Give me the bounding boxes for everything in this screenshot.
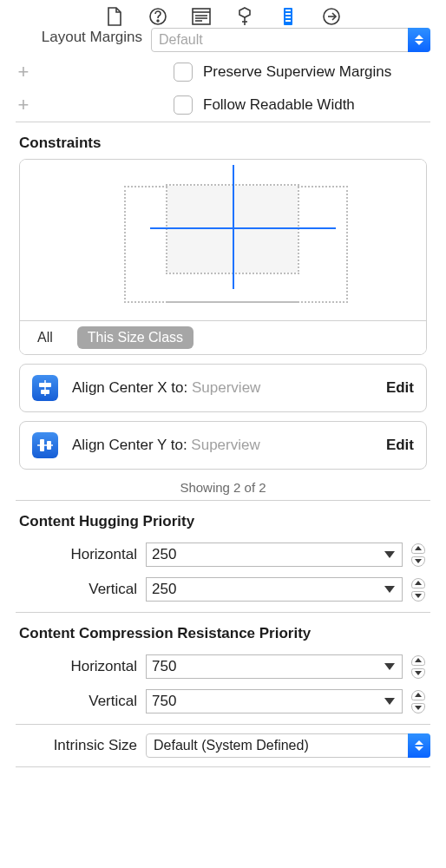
intrinsic-select[interactable]: Default (System Defined): [146, 733, 430, 758]
chevron-updown-icon: [408, 733, 430, 758]
tab-this-size-class[interactable]: This Size Class: [77, 326, 193, 349]
compression-h-stepper[interactable]: [411, 655, 427, 679]
constraints-title: Constraints: [0, 122, 446, 159]
constraints-caption: Showing 2 of 2: [0, 470, 446, 500]
go-icon[interactable]: [322, 7, 341, 26]
preserve-superview-checkbox[interactable]: [174, 62, 193, 82]
add-button[interactable]: +: [16, 61, 31, 83]
svg-rect-2: [193, 9, 210, 24]
size-icon[interactable]: [279, 7, 298, 26]
add-button[interactable]: +: [16, 94, 31, 116]
chevron-updown-icon: [408, 28, 430, 52]
hugging-v-combo[interactable]: 250: [146, 577, 403, 602]
hugging-h-label: Horizontal: [16, 546, 137, 563]
hugging-v-stepper[interactable]: [411, 578, 427, 602]
layout-margins-label: Layout Margins: [16, 29, 142, 46]
follow-readable-label: Follow Readable Width: [203, 96, 355, 114]
tab-all[interactable]: All: [30, 326, 60, 349]
intrinsic-value: Default (System Defined): [154, 738, 423, 753]
follow-readable-checkbox[interactable]: [174, 95, 193, 115]
svg-point-1: [157, 20, 159, 22]
compression-h-label: Horizontal: [16, 658, 137, 675]
layout-margins-select[interactable]: Default: [151, 28, 430, 52]
help-icon[interactable]: [148, 7, 167, 26]
baseline-outline: [167, 301, 298, 303]
preserve-superview-label: Preserve Superview Margins: [203, 63, 391, 81]
document-icon[interactable]: [105, 7, 124, 26]
align-center-y-icon: [32, 432, 58, 458]
svg-rect-13: [285, 20, 291, 22]
hugging-v-label: Vertical: [16, 581, 137, 598]
edit-button[interactable]: Edit: [386, 437, 414, 454]
intrinsic-label: Intrinsic Size: [16, 737, 137, 754]
inspector-toolbar: [0, 0, 446, 30]
align-center-x-icon: [32, 375, 58, 401]
compression-v-label: Vertical: [16, 693, 137, 710]
hugging-h-stepper[interactable]: [411, 543, 427, 567]
compression-v-stepper[interactable]: [411, 690, 427, 713]
identity-icon[interactable]: [192, 7, 211, 26]
hugging-title: Content Hugging Priority: [0, 501, 446, 537]
layout-margins-value: Default: [159, 32, 423, 48]
compression-v-combo[interactable]: 750: [146, 689, 403, 713]
constraints-box: All This Size Class: [19, 159, 427, 355]
constraint-desc: Align Center Y to: Superview: [72, 437, 372, 454]
compression-h-combo[interactable]: 750: [146, 654, 403, 679]
edit-button[interactable]: Edit: [386, 379, 414, 397]
svg-rect-11: [285, 13, 291, 15]
constraint-row[interactable]: Align Center Y to: Superview Edit: [19, 421, 427, 470]
attributes-icon[interactable]: [235, 7, 254, 26]
hugging-h-combo[interactable]: 250: [146, 542, 403, 567]
svg-rect-12: [285, 16, 291, 18]
center-y-line: [150, 227, 336, 229]
constraint-desc: Align Center X to: Superview: [72, 379, 372, 397]
compression-title: Content Compression Resistance Priority: [0, 613, 446, 649]
svg-rect-10: [285, 10, 291, 11]
constraints-diagram[interactable]: [20, 160, 426, 321]
constraint-row[interactable]: Align Center X to: Superview Edit: [19, 364, 427, 412]
